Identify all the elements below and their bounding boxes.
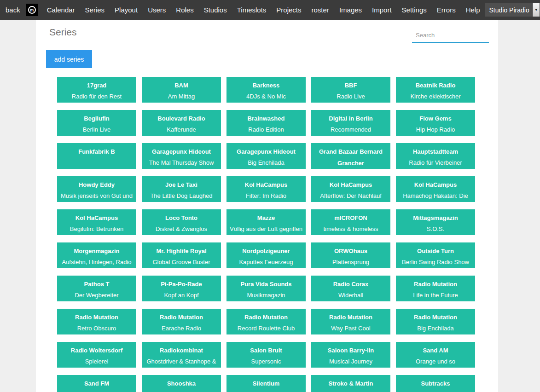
series-card-subtitle: Afterflow: Der Nachlauf [311, 190, 390, 202]
series-card[interactable]: Radio Mutation Record Roulette Club [226, 309, 306, 334]
series-card[interactable]: Outside Turn Berlin Swing Radio Show [396, 242, 475, 268]
series-card-title: Kol HaCampus [226, 179, 306, 190]
series-card[interactable]: Sand FM Orange und Gäste [57, 375, 136, 392]
series-card[interactable]: 17grad Radio für den Rest [57, 77, 136, 103]
nav-item[interactable]: Settings [397, 0, 432, 20]
nav-item[interactable]: Import [367, 0, 397, 20]
series-card[interactable]: Barkness 4DJs & No Mic [226, 77, 306, 103]
dropdown-caret-icon: ▼ [533, 3, 540, 17]
top-navbar: back m Calendar Series Playout Users Rol… [0, 0, 540, 20]
series-card[interactable]: Begilufin Berlin Live [57, 110, 136, 136]
series-card[interactable]: Garagepunx Hideout The Mal Thursday Show [142, 143, 221, 169]
series-card-title: Kol HaCampus [57, 212, 136, 224]
series-card-title: Morgenmagazin [57, 245, 136, 257]
series-card[interactable]: Digital in Berlin Recommended [311, 110, 390, 136]
back-link[interactable]: back [3, 0, 25, 20]
series-card[interactable]: Pi-Pa-Po-Rade Kopf an Kopf [142, 276, 221, 301]
series-card[interactable]: Mittagsmagazin S.O.S. [396, 209, 475, 235]
series-card-subtitle: Record Roulette Club [226, 323, 306, 334]
series-card[interactable]: Boulevard Radio Kafferunde [142, 110, 221, 136]
series-card[interactable]: Brainwashed Radio Edition [226, 110, 306, 136]
nav-item[interactable]: Timeslots [232, 0, 272, 20]
series-card-title: Garagepunx Hideout [226, 146, 306, 157]
series-card[interactable]: Radiokombinat Ghostdriver & Stanhope & [142, 342, 221, 368]
series-card-title: Salon Bruit [226, 345, 306, 356]
series-card[interactable]: Radio Mutation Way Past Cool [311, 309, 390, 334]
series-card[interactable]: Garagepunx Hideout Big Enchilada [226, 143, 306, 169]
series-card[interactable]: Radio Mutation Earache Radio [142, 309, 221, 334]
series-card-subtitle: Kafferunde [142, 124, 221, 135]
series-card[interactable]: Subtracks To Released [396, 375, 475, 392]
series-card-subtitle: Plattensprung [311, 257, 390, 268]
series-card[interactable]: Salon Bruit Supersonic [226, 342, 306, 368]
series-card-title: Boulevard Radio [142, 113, 221, 124]
series-card[interactable]: Hauptstadtteam Radio für Vierbeiner [396, 143, 475, 169]
series-card-subtitle: Supersonic [226, 356, 306, 367]
series-card[interactable]: Kol HaCampus Begilufin: Betrunken [57, 209, 136, 235]
series-card[interactable]: Flow Gems Hip Hop Radio [396, 110, 475, 136]
nav-item[interactable]: Calendar [42, 0, 80, 20]
series-card-title: Howdy Eddy [57, 179, 136, 190]
series-card-subtitle: Orange und Gäste [57, 389, 136, 392]
series-card[interactable]: Radio Mutation Big Enchilada [396, 309, 475, 334]
series-card[interactable]: Radio Mutation Life in the Future [396, 276, 475, 301]
nav-item[interactable]: Images [334, 0, 367, 20]
series-card-title: BAM [142, 80, 221, 91]
series-card[interactable]: Loco Tonto Diskret & Zwanglos [142, 209, 221, 235]
series-card[interactable]: BAM Am Mittag [142, 77, 221, 103]
nav-item[interactable]: Users [143, 0, 171, 20]
series-card-subtitle: Der Wegbereiter [57, 290, 136, 301]
series-card[interactable]: ORWOhaus Plattensprung [311, 242, 390, 268]
series-card[interactable]: Mr. Highlife Royal Global Groove Buster [142, 242, 221, 268]
series-card[interactable]: Pathos T Der Wegbereiter [57, 276, 136, 301]
add-series-button[interactable]: add series [46, 50, 92, 68]
series-card-title: Digital in Berlin [311, 113, 390, 124]
nav-item[interactable]: Roles [171, 0, 198, 20]
series-card[interactable]: Radio Woltersdorf Spielerei [57, 342, 136, 368]
series-card[interactable]: Pura Vida Sounds Musikmagazin [226, 276, 306, 301]
series-card-title: Sand AM [396, 345, 475, 356]
studio-select[interactable]: Studio Piradio ▼ [485, 3, 540, 17]
series-card-subtitle: Musik jenseits von Gut und [57, 190, 136, 202]
series-card[interactable]: Stroko & Martin It's all in a technicolo… [311, 375, 390, 392]
series-card-title: Mazze [226, 212, 306, 224]
series-card[interactable]: Saloon Barry-lin Musical Journey [311, 342, 390, 368]
series-card[interactable]: mICROFON timeless & homeless [311, 209, 390, 235]
series-card[interactable]: Kol HaCampus Filter: Im Radio [226, 176, 306, 202]
app-logo-icon[interactable]: m [26, 4, 38, 16]
series-card-subtitle: Widerhall [311, 290, 390, 301]
series-card[interactable]: Beatnik Radio Kirche eklektischer [396, 77, 475, 103]
series-card[interactable]: Morgenmagazin Aufstehn, Hinlegen, Radio [57, 242, 136, 268]
series-card-subtitle: Musical Journey [311, 356, 390, 367]
nav-item[interactable]: Series [80, 0, 110, 20]
nav-item[interactable]: roster [307, 0, 334, 20]
series-card[interactable]: Sand AM Orange und so [396, 342, 475, 368]
series-card-subtitle: Geschichten [226, 389, 306, 392]
series-card[interactable]: Radio Mutation Retro Obscuro [57, 309, 136, 334]
series-card[interactable]: Kol HaCampus Afterflow: Der Nachlauf [311, 176, 390, 202]
series-card-subtitle: Kaputtes Feuerzeug [226, 257, 306, 268]
series-card[interactable]: Mazze Völlig aus der Luft gegriffen [226, 209, 306, 235]
series-card[interactable]: Howdy Eddy Musik jenseits von Gut und [57, 176, 136, 202]
series-card[interactable]: Funkfabrik B [57, 143, 136, 169]
search-input[interactable] [412, 29, 489, 43]
series-card[interactable]: Kol HaCampus Hamachog Hakatan: Die [396, 176, 475, 202]
series-card-subtitle: Retro Obscuro [57, 323, 136, 334]
nav-item[interactable]: Playout [110, 0, 143, 20]
series-card[interactable]: Nordpolzigeuner Kaputtes Feuerzeug [226, 242, 306, 268]
content-container: Series add series 17grad Radio für den R… [36, 20, 498, 392]
series-card-title: Garagepunx Hideout [142, 146, 221, 157]
series-card[interactable]: Grand Bazaar Bernard Grancher [311, 143, 390, 169]
series-card[interactable]: Joe Le Taxi The Little Dog Laughed [142, 176, 221, 202]
nav-item[interactable]: Studios [199, 0, 232, 20]
nav-item[interactable]: Help [461, 0, 485, 20]
nav-item[interactable]: Projects [271, 0, 306, 20]
series-card[interactable]: BBF Radio Live [311, 77, 390, 103]
series-card-title: Radio Mutation [142, 311, 221, 323]
series-card[interactable]: Radio Corax Widerhall [311, 276, 390, 301]
series-card[interactable]: Silentium Geschichten [226, 375, 306, 392]
nav-item[interactable]: Errors [432, 0, 461, 20]
series-card-title: Begilufin [57, 113, 136, 124]
series-card-title: 17grad [57, 80, 136, 91]
series-card[interactable]: Shooshka Joyful Noise [142, 375, 221, 392]
